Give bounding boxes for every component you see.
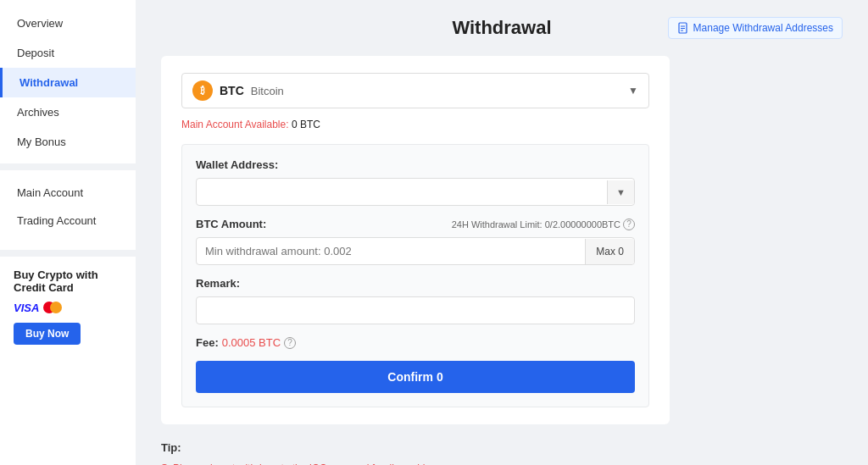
- withdrawal-limit-info: 24H Withdrawal Limit: 0/2.00000000BTC ?: [452, 219, 635, 230]
- btc-amount-input[interactable]: [197, 238, 585, 264]
- fee-row: Fee: 0.0005 BTC ?: [196, 336, 635, 349]
- sidebar-item-my-bonus[interactable]: My Bonus: [0, 127, 136, 157]
- payment-icons: VISA: [14, 301, 122, 314]
- trading-account-label: Trading Account: [17, 214, 96, 227]
- wallet-address-input[interactable]: [197, 179, 607, 205]
- withdrawal-form: Wallet Address: ▼ BTC Amount: 24H Withdr…: [181, 144, 649, 407]
- sidebar-item-my-bonus-label: My Bonus: [17, 136, 66, 148]
- manage-link-text: Manage Withdrawal Addresses: [693, 22, 833, 34]
- available-value: 0 BTC: [292, 119, 320, 130]
- btc-amount-input-wrapper: Max 0: [196, 237, 635, 265]
- max-button[interactable]: Max 0: [585, 239, 634, 264]
- tips-section: Tip: Please do not withdraw to the ICO o…: [161, 441, 670, 465]
- buy-now-button[interactable]: Buy Now: [14, 323, 81, 345]
- mastercard-icon: [43, 301, 64, 314]
- btc-amount-label: BTC Amount:: [196, 218, 266, 230]
- sidebar-item-archives-label: Archives: [17, 106, 59, 119]
- fee-value: 0.0005 BTC: [222, 336, 281, 349]
- remark-label: Remark:: [196, 277, 635, 290]
- sidebar-nav-section: Overview Deposit Withdrawal Archives My …: [0, 8, 136, 157]
- wallet-address-input-wrapper: ▼: [196, 178, 635, 206]
- wallet-dropdown-arrow[interactable]: ▼: [607, 180, 634, 204]
- amount-label-row: BTC Amount: 24H Withdrawal Limit: 0/2.00…: [196, 218, 635, 230]
- tip-text-0: Please do not withdraw to the ICO or cro…: [173, 461, 448, 465]
- tips-title: Tip:: [161, 441, 670, 454]
- crypto-name: Bitcoin: [251, 85, 284, 97]
- sidebar-item-overview-label: Overview: [17, 17, 63, 30]
- sidebar-account-section: Main Account Trading Account: [0, 170, 136, 243]
- main-content: Withdrawal Manage Withdrawal Addresses ₿…: [136, 0, 868, 465]
- sidebar-item-trading-account[interactable]: Trading Account: [0, 207, 136, 235]
- wallet-address-label: Wallet Address:: [196, 158, 635, 171]
- available-label: Main Account Available:: [181, 119, 289, 130]
- wallet-address-field: Wallet Address: ▼: [196, 158, 635, 206]
- sidebar-item-deposit-label: Deposit: [17, 47, 54, 59]
- fee-help-icon[interactable]: ?: [284, 337, 296, 349]
- page-title: Withdrawal: [452, 17, 551, 39]
- tip-item-0: Please do not withdraw to the ICO or cro…: [161, 461, 670, 465]
- fee-label: Fee:: [196, 336, 219, 349]
- main-account-label: Main Account: [17, 186, 83, 199]
- sidebar: Overview Deposit Withdrawal Archives My …: [0, 0, 136, 465]
- sidebar-item-withdrawal-label: Withdrawal: [19, 76, 78, 89]
- btc-amount-field: BTC Amount: 24H Withdrawal Limit: 0/2.00…: [196, 218, 635, 265]
- chevron-down-icon: ▼: [628, 85, 638, 97]
- sidebar-item-archives[interactable]: Archives: [0, 97, 136, 127]
- crypto-selector-dropdown[interactable]: ₿ BTC Bitcoin ▼: [181, 73, 649, 108]
- confirm-button[interactable]: Confirm 0: [196, 361, 635, 393]
- sidebar-item-deposit[interactable]: Deposit: [0, 38, 136, 68]
- manage-withdrawal-addresses-link[interactable]: Manage Withdrawal Addresses: [668, 17, 843, 39]
- page-header: Withdrawal Manage Withdrawal Addresses: [161, 17, 843, 39]
- sidebar-crypto-card: Buy Crypto with Credit Card VISA Buy Now: [0, 257, 136, 357]
- withdrawal-limit-help-icon[interactable]: ?: [623, 219, 635, 230]
- sidebar-item-withdrawal[interactable]: Withdrawal: [0, 68, 136, 97]
- btc-icon: ₿: [192, 80, 213, 101]
- sidebar-item-main-account[interactable]: Main Account: [0, 179, 136, 207]
- crypto-card-title: Buy Crypto with Credit Card: [14, 268, 122, 294]
- withdrawal-card: ₿ BTC Bitcoin ▼ Main Account Available: …: [161, 56, 670, 424]
- visa-icon: VISA: [14, 302, 39, 314]
- sidebar-item-overview[interactable]: Overview: [0, 8, 136, 38]
- remark-input[interactable]: [196, 296, 635, 324]
- available-balance: Main Account Available: 0 BTC: [181, 119, 649, 130]
- remark-field: Remark:: [196, 277, 635, 324]
- crypto-ticker: BTC: [220, 84, 244, 97]
- document-icon: [677, 22, 689, 34]
